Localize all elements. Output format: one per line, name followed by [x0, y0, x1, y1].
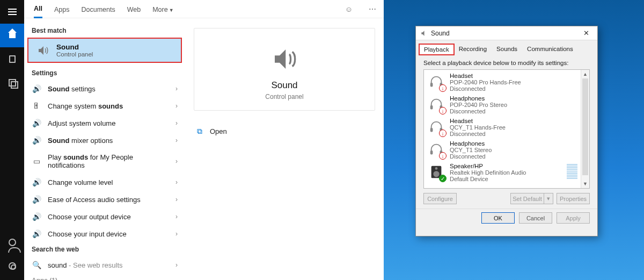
chevron-right-icon: › [175, 261, 178, 269]
device-name: Headset [450, 73, 521, 79]
apps-overlap-icon[interactable] [0, 71, 24, 95]
device-row[interactable]: ✓ Speaker/HP Realtek High Definition Aud… [425, 161, 580, 184]
settings-item[interactable]: 🔊 Ease of Access audio settings › [24, 191, 185, 208]
results-list: Best match Sound Control panel Settings … [24, 18, 185, 280]
svg-rect-0 [430, 83, 433, 87]
tab-communications[interactable]: Communications [522, 44, 578, 54]
settings-item[interactable]: 🔊 Change volume level › [24, 174, 185, 191]
tab-apps[interactable]: Apps [54, 1, 70, 18]
dialog-title: Sound [431, 30, 575, 37]
chevron-right-icon: › [175, 178, 178, 186]
chevron-right-icon: › [175, 102, 178, 110]
device-status: Default Device [450, 176, 526, 182]
device-row[interactable]: ↓ Headset POP-2040 Pro Hands-Free Discon… [425, 71, 580, 94]
user-icon[interactable] [0, 231, 24, 254]
cancel-button[interactable]: Cancel [519, 212, 552, 224]
chevron-right-icon: › [175, 157, 178, 165]
device-desc: Realtek High Definition Audio [450, 169, 526, 176]
headset-icon: ↓ [427, 140, 445, 159]
setting-icon: 🔊 [32, 229, 41, 238]
device-name: Speaker/HP [450, 163, 526, 169]
tab-playback[interactable]: Playback [419, 44, 454, 55]
preview-subtitle: Control panel [200, 93, 369, 100]
scroll-down-icon[interactable]: ▼ [581, 180, 589, 188]
chevron-right-icon: › [175, 137, 178, 144]
preview-card: Sound Control panel [194, 28, 375, 111]
best-match-header: Best match [24, 24, 185, 38]
close-icon[interactable]: ✕ [578, 29, 594, 37]
device-status: Disconnected [450, 131, 506, 137]
device-row[interactable]: ↓ Headphones POP-2040 Pro Stereo Disconn… [425, 94, 580, 116]
feedback-icon[interactable]: ☺ [343, 3, 355, 16]
ok-button[interactable]: OK [481, 212, 515, 224]
setting-icon: 🔊 [32, 178, 41, 186]
device-desc: QCY_T1 Hands-Free [450, 124, 506, 131]
open-action[interactable]: ⧉ Open [194, 121, 375, 141]
chevron-down-icon[interactable]: ▾ [544, 193, 553, 204]
apply-button[interactable]: Apply [557, 212, 590, 224]
down-arrow-icon: ↓ [439, 130, 447, 137]
speaker-icon: ✓ [427, 163, 445, 181]
settings-item[interactable]: 🔊 Sound settings › [24, 80, 185, 97]
svg-point-9 [433, 171, 439, 177]
chevron-right-icon: › [175, 119, 178, 127]
tab-recording[interactable]: Recording [454, 44, 492, 54]
device-name: Headset [450, 118, 506, 124]
properties-button[interactable]: Properties [557, 193, 590, 204]
scroll-up-icon[interactable]: ▲ [581, 70, 589, 78]
tab-all[interactable]: All [34, 0, 42, 18]
tab-documents[interactable]: Documents [81, 1, 115, 18]
setting-label: Sound settings [48, 85, 169, 93]
settings-item[interactable]: 🔊 Choose your output device › [24, 208, 185, 225]
headset-icon: ↓ [427, 73, 445, 91]
best-match-subtitle: Control panel [56, 51, 93, 58]
scroll-thumb[interactable] [582, 78, 588, 175]
best-match-title: Sound [56, 43, 93, 51]
svg-rect-6 [430, 150, 433, 155]
more-options-icon[interactable]: ⋯ [367, 3, 378, 16]
device-desc: POP-2040 Pro Hands-Free [450, 79, 521, 85]
settings-item[interactable]: 🔊 Sound mixer options › [24, 132, 185, 149]
svg-rect-4 [430, 128, 433, 132]
search-web-header: Search the web [24, 242, 185, 256]
open-label: Open [210, 127, 227, 135]
tab-web[interactable]: Web [127, 1, 141, 18]
playback-device-list[interactable]: ↓ Headset POP-2040 Pro Hands-Free Discon… [423, 69, 590, 189]
configure-button[interactable]: Configure [423, 193, 457, 204]
device-row[interactable]: ↓ Headphones QCY_T1 Stereo Disconnected [425, 139, 580, 161]
settings-item[interactable]: 🔊 Choose your input device › [24, 225, 185, 242]
settings-item[interactable]: 🔊 Adjust system volume › [24, 114, 185, 132]
scrollbar[interactable]: ▲ ▼ [581, 70, 589, 188]
setting-label: Adjust system volume [48, 119, 169, 127]
hamburger-icon[interactable] [0, 0, 24, 24]
best-match-result[interactable]: Sound Control panel [27, 38, 182, 63]
settings-header: Settings [24, 66, 185, 80]
apps-footer: Apps (1) [24, 274, 185, 280]
settings-item[interactable]: 🎚 Change system sounds › [24, 97, 185, 114]
tab-sounds[interactable]: Sounds [492, 44, 522, 54]
chevron-right-icon: › [175, 196, 178, 203]
headset-icon: ↓ [427, 95, 445, 113]
setting-icon: 🔊 [32, 195, 41, 204]
open-icon: ⧉ [197, 127, 202, 136]
svg-point-10 [435, 167, 438, 170]
device-name: Headphones [450, 140, 492, 147]
device-status: Disconnected [450, 153, 492, 160]
tab-more[interactable]: More▼ [152, 1, 173, 18]
speaker-icon [270, 45, 299, 74]
web-search-row[interactable]: 🔍 sound - See web results › [24, 256, 185, 274]
dialog-titlebar[interactable]: Sound ✕ [416, 26, 597, 40]
settings-item[interactable]: ▭ Play sounds for My People notification… [24, 149, 185, 174]
settings-gear-icon[interactable] [0, 254, 24, 278]
chevron-right-icon: › [175, 85, 178, 92]
down-arrow-icon: ↓ [439, 84, 447, 92]
home-icon[interactable] [0, 24, 24, 47]
down-arrow-icon: ↓ [439, 107, 447, 114]
device-row[interactable]: ↓ Headset QCY_T1 Hands-Free Disconnected [425, 116, 580, 139]
set-default-button[interactable]: Set Default ▾ [510, 193, 553, 204]
document-icon[interactable] [0, 47, 24, 71]
search-results-pane: All Apps Documents Web More▼ ☺ ⋯ Best ma… [24, 0, 384, 280]
preview-title: Sound [200, 80, 369, 91]
device-name: Headphones [450, 95, 507, 102]
result-preview: Sound Control panel ⧉ Open [185, 18, 384, 280]
